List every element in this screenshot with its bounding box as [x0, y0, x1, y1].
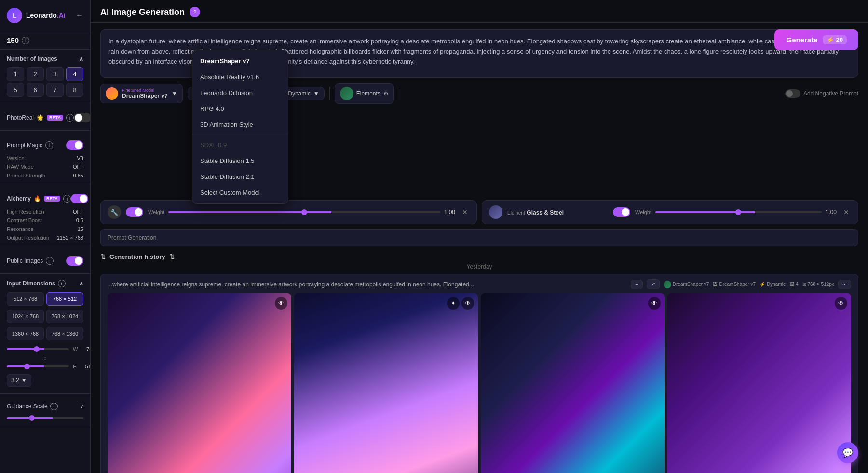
elements-icon: [340, 87, 353, 100]
contrast-row: Contrast Boost 0.5: [7, 216, 83, 225]
prompt-strength-val: 0.55: [73, 173, 83, 178]
alchemy-info[interactable]: i: [63, 195, 71, 203]
height-slider[interactable]: [7, 365, 69, 367]
dropdown-item-3d-animation[interactable]: 3D Animation Style: [192, 117, 288, 133]
width-slider[interactable]: [7, 348, 69, 350]
guidance-label: Guidance Scale i: [7, 403, 58, 410]
element-toggle-1[interactable]: [126, 207, 143, 217]
guidance-info[interactable]: i: [50, 403, 58, 410]
model-dropdown-arrow: ▼: [172, 90, 177, 97]
dropdown-item-sd15[interactable]: Stable Diffusion 1.5: [192, 153, 288, 169]
sort-icon-right: ⇅: [169, 253, 175, 260]
dropdown-item-rpg40[interactable]: RPG 4.0: [192, 101, 288, 117]
neg-prompt-toggle[interactable]: Add Negative Prompt: [785, 89, 858, 98]
generate-button[interactable]: Generate ⚡ 20: [774, 29, 858, 50]
num-btn-5[interactable]: 5: [7, 83, 24, 97]
output-res-row: Output Resolution 1152 × 768: [7, 233, 83, 242]
img-view-btn-1-3[interactable]: 👁: [648, 297, 661, 310]
height-val: 512: [81, 364, 91, 369]
hist-model-tag-1: 🖼 DreamShaper v7: [713, 282, 756, 287]
public-images-row: Public Images i: [7, 252, 83, 270]
guidance-slider[interactable]: [7, 417, 83, 419]
num-btn-8[interactable]: 8: [66, 83, 83, 97]
aspect-ratio-select[interactable]: 3:2 ▼: [7, 374, 31, 387]
chat-bubble[interactable]: 💬: [837, 442, 858, 463]
width-slider-row: W 768 px: [7, 344, 83, 354]
weight-slider-1[interactable]: [168, 211, 440, 213]
dim-768x512[interactable]: 768 × 512: [46, 292, 83, 306]
hist-add-btn-1[interactable]: +: [631, 280, 642, 289]
dim-grid-2: 1024 × 768 768 × 1024: [7, 310, 83, 323]
public-images-info[interactable]: i: [46, 257, 54, 265]
hist-more-btn-1[interactable]: ···: [838, 280, 851, 289]
dim-768x1024[interactable]: 768 × 1024: [46, 310, 83, 323]
img-overlay-1-2: ✦ 👁: [447, 297, 474, 310]
element-card-1: 🔧 Weight 1.00 ✕: [100, 200, 477, 224]
back-button[interactable]: ←: [76, 11, 83, 20]
resonance-row: Resonance 15: [7, 225, 83, 233]
dim-512x768[interactable]: 512 × 768: [7, 292, 44, 306]
resonance-val: 15: [78, 226, 83, 232]
number-of-images-header: Number of Images ∧: [7, 55, 83, 62]
prompt-magic-info[interactable]: i: [45, 141, 53, 149]
close-card-2[interactable]: ✕: [841, 207, 851, 217]
weight-slider-2[interactable]: [655, 211, 822, 213]
dropdown-item-absolute-reality[interactable]: Absolute Reality v1.6: [192, 69, 288, 85]
alchemy-badge: BETA: [44, 196, 60, 202]
token-info-icon[interactable]: i: [22, 37, 29, 44]
hist-elements-tag-1: DreamShaper v7: [664, 281, 709, 288]
num-btn-2[interactable]: 2: [27, 67, 44, 81]
elements-settings[interactable]: ⚙: [383, 90, 389, 97]
number-of-images-section: Number of Images ∧ 1 2 3 4 5 6 7 8: [0, 50, 90, 103]
img-overlay-1-1: 👁: [275, 297, 287, 310]
num-btn-7[interactable]: 7: [46, 83, 64, 97]
close-card-1[interactable]: ✕: [460, 207, 470, 217]
dropdown-item-sd21[interactable]: Stable Diffusion 2.1: [192, 169, 288, 185]
dimensions-collapse[interactable]: ∧: [79, 280, 83, 287]
num-btn-4[interactable]: 4: [66, 67, 83, 81]
num-btn-6[interactable]: 6: [27, 83, 44, 97]
dimensions-info[interactable]: i: [58, 280, 66, 287]
history-date-1: Yesterday: [100, 263, 858, 270]
dropdown-item-dreamshaperv7[interactable]: DreamShaper v7: [192, 53, 288, 69]
raw-mode-row: RAW Mode OFF: [7, 162, 83, 171]
swap-icon[interactable]: ↕: [7, 354, 83, 362]
public-images-toggle[interactable]: [66, 256, 83, 266]
model-select-btn[interactable]: Finetuned Model DreamShaper v7 ▼: [100, 84, 183, 103]
img-view-btn-1-4[interactable]: 👁: [835, 297, 847, 310]
token-count: 150: [7, 36, 19, 44]
prompt-magic-label: Prompt Magic i: [7, 141, 53, 149]
output-res-val: 1152 × 768: [57, 235, 83, 241]
number-of-images-collapse[interactable]: ∧: [79, 55, 83, 62]
alchemy-toggle[interactable]: [71, 194, 88, 203]
card2-name: Glass & Steel: [527, 209, 564, 216]
prompt-magic-toggle[interactable]: [66, 140, 83, 150]
dropdown-item-leonardo-diffusion[interactable]: Leonardo Diffusion: [192, 85, 288, 101]
token-badge: ⚡ 20: [823, 35, 847, 44]
sort-icon-left: ⇅: [100, 253, 106, 260]
img-view-btn-1-2[interactable]: 👁: [461, 297, 474, 310]
dim-1024x768[interactable]: 1024 × 768: [7, 310, 44, 323]
element-card-2: Element Glass & Steel Weight 1.00 ✕: [482, 200, 858, 224]
public-images-label: Public Images i: [7, 257, 54, 265]
dim-768x1360[interactable]: 768 × 1360: [46, 327, 83, 340]
photo-real-row: PhotoReal 🌟 BETA i: [7, 109, 83, 126]
elements-label: Elements: [356, 90, 380, 97]
elements-btn[interactable]: Elements ⚙: [335, 83, 394, 104]
guidance-row: Guidance Scale i 7: [7, 400, 83, 413]
element-toggle-2[interactable]: [613, 207, 630, 217]
num-btn-1[interactable]: 1: [7, 67, 24, 81]
dropdown-divider: [192, 135, 288, 135]
weight-row-2: Weight 1.00: [635, 209, 837, 216]
prompt-generation-bar[interactable]: Prompt Generation: [100, 229, 858, 246]
title-info-icon[interactable]: ?: [190, 7, 200, 17]
dropdown-item-custom-model[interactable]: Select Custom Model: [192, 185, 288, 201]
num-btn-3[interactable]: 3: [46, 67, 64, 81]
hist-expand-btn-1[interactable]: ↗: [647, 279, 660, 289]
photo-real-toggle[interactable]: [74, 113, 91, 122]
photo-real-info[interactable]: i: [66, 114, 74, 122]
img-magic-btn-1-2[interactable]: ✦: [447, 297, 460, 310]
alchemy-label: Alchemy 🔥 BETA i: [7, 195, 71, 203]
img-view-btn-1-1[interactable]: 👁: [275, 297, 287, 310]
dim-1360x768[interactable]: 1360 × 768: [7, 327, 44, 340]
